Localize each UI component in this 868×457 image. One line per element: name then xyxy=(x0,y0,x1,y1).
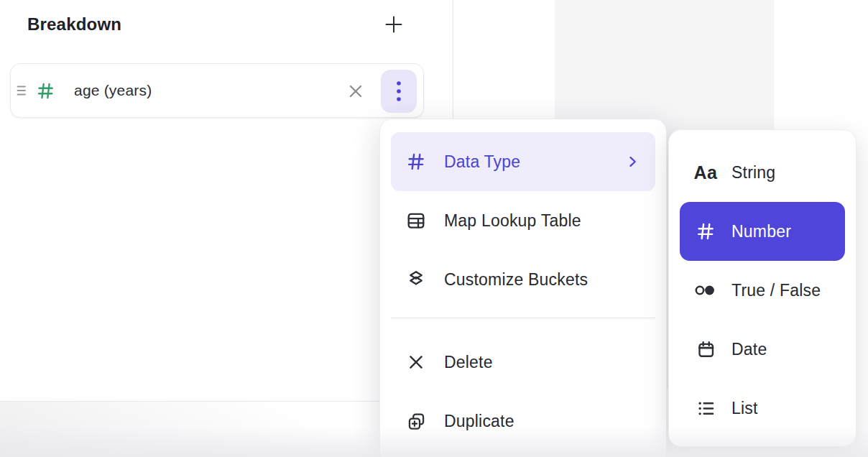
menu-item-data-type[interactable]: Data Type xyxy=(391,132,655,191)
field-options-menu: Data Type Map Lookup Table Customize Buc… xyxy=(379,119,667,457)
x-icon xyxy=(346,82,365,101)
stack-icon xyxy=(404,269,428,290)
submenu-item-list[interactable]: List xyxy=(680,379,845,438)
menu-item-customize-buckets[interactable]: Customize Buckets xyxy=(391,250,655,309)
menu-item-duplicate[interactable]: Duplicate xyxy=(391,392,655,451)
data-type-submenu: Aa String Number True / False Date xyxy=(668,129,857,447)
menu-item-map-lookup-table[interactable]: Map Lookup Table xyxy=(391,191,655,250)
aa-icon: Aa xyxy=(693,162,719,183)
field-options-button[interactable] xyxy=(381,70,417,113)
plus-icon xyxy=(383,14,405,35)
calendar-icon xyxy=(693,340,719,359)
remove-field-button[interactable] xyxy=(346,81,366,101)
submenu-item-true-false[interactable]: True / False xyxy=(680,261,845,320)
boolean-circles-icon xyxy=(693,281,719,300)
submenu-item-string[interactable]: Aa String xyxy=(680,143,845,202)
menu-divider xyxy=(391,318,655,318)
chevron-right-icon xyxy=(625,154,640,169)
page-title: Breakdown xyxy=(27,14,121,34)
bullet-list-icon xyxy=(693,399,719,418)
hash-icon xyxy=(404,152,428,172)
x-icon xyxy=(404,353,428,371)
submenu-item-number[interactable]: Number xyxy=(680,202,845,261)
table-icon xyxy=(404,211,428,231)
drag-handle-icon[interactable] xyxy=(16,83,27,98)
breakdown-field-chip[interactable]: age (years) xyxy=(10,63,424,118)
hash-icon xyxy=(693,221,719,241)
menu-item-delete[interactable]: Delete xyxy=(391,333,655,392)
hash-icon xyxy=(36,81,55,101)
field-name-label: age (years) xyxy=(74,82,152,99)
kebab-vertical-icon xyxy=(395,80,402,103)
add-breakdown-button[interactable] xyxy=(381,11,407,37)
duplicate-icon xyxy=(404,412,428,431)
panel-header: Breakdown xyxy=(27,10,407,39)
submenu-item-date[interactable]: Date xyxy=(680,320,845,379)
